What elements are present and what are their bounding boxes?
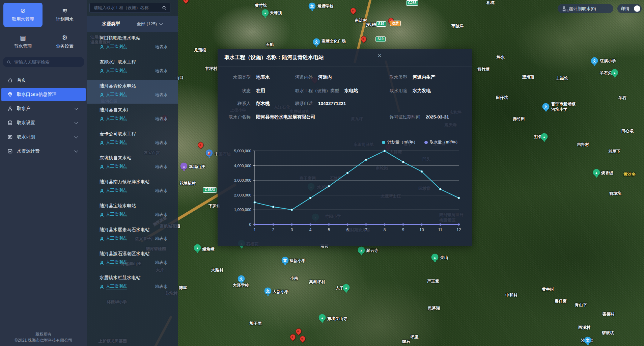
monitor-type-link[interactable]: 人工监测点 — [106, 212, 127, 218]
over-plan-withdrawal-button[interactable]: 超计划取水(0) — [558, 4, 613, 13]
list-item[interactable]: 陆河县水唇走马石水电站人工监测点地表水 — [87, 223, 178, 247]
search-icon — [7, 60, 11, 64]
station-search-input[interactable] — [93, 5, 162, 10]
sidebar-item-plan[interactable]: 取水计划 — [1, 130, 86, 144]
monitor-type-link[interactable]: 人工监测点 — [106, 284, 127, 290]
station-list-panel: 水源类型 全部 (125) 河口镇唱歌潭水电站人工监测点地表水友能水厂取水工程人… — [87, 0, 178, 346]
station-name: 麦卡公司取水工程 — [100, 131, 168, 137]
svg-text:5,000,000: 5,000,000 — [234, 149, 251, 153]
monitor-type-link[interactable]: 人工监测点 — [106, 92, 127, 98]
keyword-search-box — [3, 57, 84, 67]
mount-marker-icon[interactable]: ▲ — [431, 254, 439, 261]
filter-value: 全部 (125) — [137, 21, 157, 27]
list-item[interactable]: 水唇镇水栏肚水电站人工监测点地表水 — [87, 271, 178, 295]
red-pin-icon[interactable] — [349, 6, 357, 15]
filter-dropdown[interactable]: 全部 (125) — [137, 21, 170, 27]
list-item[interactable]: 东坑镇自来水站人工监测点地表水 — [87, 152, 178, 176]
sidebar-item-pin[interactable]: 取水口GIS信息管理 — [1, 88, 86, 101]
sidebar-item-billing[interactable]: 水资源计费 — [1, 144, 86, 158]
toggle-knob[interactable] — [634, 5, 640, 12]
water-source-type: 地表水 — [155, 284, 168, 290]
close-icon[interactable]: × — [375, 52, 384, 60]
monitor-type-link[interactable]: 人工监测点 — [106, 68, 127, 74]
sidebar-item-home[interactable]: 首页 — [1, 74, 86, 87]
map-label: 老屋下 — [608, 149, 620, 154]
list-item[interactable]: 河口镇唱歌潭水电站人工监测点地表水 — [87, 32, 178, 56]
sidebar-item-user[interactable]: 取水户 — [1, 102, 86, 115]
mount-marker-icon[interactable]: ▲ — [319, 314, 326, 321]
keyword-search-input[interactable] — [13, 59, 80, 65]
legend-item[interactable]: 取水量（m³/年） — [424, 139, 460, 145]
gas-marker-icon[interactable]: ⛽ — [206, 150, 213, 157]
station-detail-modal: 取水工程（设施）名称：陆河县青砼水电站 × 水源类型地表水河道内外河道内取水类型… — [218, 49, 472, 246]
list-item[interactable]: 陆河县南万镇杞洋水电站人工监测点地表水 — [87, 176, 178, 199]
mount-marker-icon[interactable]: ▲ — [194, 244, 201, 251]
school-marker-icon[interactable]: 文 — [309, 3, 316, 10]
monitor-type-link[interactable]: 人工监测点 — [106, 164, 127, 170]
map-label: 陈屋 — [179, 285, 187, 290]
detail-toggle-label: 详情 — [621, 6, 629, 12]
svg-text:0: 0 — [249, 222, 251, 227]
school-marker-icon[interactable]: 文 — [313, 38, 320, 46]
monitor-type-link[interactable]: 人工监测点 — [106, 44, 127, 50]
svg-text:4: 4 — [309, 228, 312, 232]
search-icon[interactable] — [162, 5, 167, 10]
waves-icon: ≋ — [62, 7, 67, 14]
mount-marker-icon[interactable]: ▲ — [593, 169, 600, 176]
water-source-type: 地表水 — [155, 68, 168, 74]
red-pin-icon[interactable] — [197, 141, 205, 149]
red-pin-icon[interactable] — [299, 335, 307, 343]
school-marker-icon[interactable]: 文 — [542, 103, 550, 110]
sidebar: ⊘取用水管理≋计划用水▤节水管理⚙业务设置 首页取水口GIS信息管理取水户取水设… — [0, 0, 87, 346]
school-marker-icon[interactable]: 文 — [238, 275, 245, 283]
list-item[interactable]: 友能水厂取水工程人工监测点地表水 — [87, 56, 178, 80]
legend-item[interactable]: 计划量（m³/年） — [382, 139, 417, 145]
map-label: 黄竹坑 — [255, 3, 267, 8]
map-label: 小南 — [290, 276, 298, 281]
monitor-type-link[interactable]: 人工监测点 — [106, 236, 127, 242]
module-gear[interactable]: ⚙业务设置 — [45, 30, 84, 54]
module-document[interactable]: ▤节水管理 — [3, 30, 43, 54]
red-pin-icon[interactable] — [295, 327, 303, 335]
map-label: 羊石 — [618, 96, 626, 100]
sidebar-item-database[interactable]: 取水设置 — [1, 116, 86, 130]
svg-text:4,000,000: 4,000,000 — [234, 164, 251, 168]
svg-text:5: 5 — [328, 228, 330, 232]
red-pin-icon[interactable] — [289, 333, 297, 341]
school-marker-icon[interactable]: 文 — [584, 337, 591, 344]
field-value: 地表水 — [256, 74, 270, 80]
list-item[interactable]: 陆河县激石溪老区水电站人工监测点地表水 — [87, 247, 178, 271]
chevron-down-icon — [74, 120, 78, 124]
list-item[interactable]: 陆河县青砼水电站人工监测点地表水 — [87, 80, 178, 104]
map-label: 螺角嶂 — [202, 247, 215, 251]
school-glyph: 文 — [313, 38, 320, 46]
school-marker-icon[interactable]: 文 — [282, 257, 289, 264]
module-water-meter[interactable]: ⊘取用水管理 — [3, 3, 43, 27]
monitor-type-link[interactable]: 人工监测点 — [106, 140, 127, 146]
mount-marker-icon[interactable]: ▲ — [343, 284, 350, 291]
school-marker-icon[interactable]: 文 — [264, 288, 272, 295]
monitor-type-link[interactable]: 人工监测点 — [106, 116, 127, 122]
water-source-type: 地表水 — [155, 140, 168, 146]
list-item[interactable]: 麦卡公司取水工程人工监测点地表水 — [87, 128, 178, 152]
school-marker-icon[interactable]: 文 — [591, 57, 598, 64]
mount-marker-icon[interactable]: ▲ — [358, 247, 365, 254]
monitor-type-link[interactable]: 人工监测点 — [106, 260, 127, 266]
list-item[interactable]: 陆河县自来水厂人工监测点地表水 — [87, 104, 178, 128]
mount-marker-icon[interactable]: ▲ — [541, 133, 548, 140]
school-glyph: 文 — [542, 103, 550, 110]
svg-text:7: 7 — [365, 228, 367, 232]
module-waves[interactable]: ≋计划用水 — [45, 3, 84, 27]
detail-toggle[interactable]: 详情 — [617, 4, 642, 13]
map-label: 甘坪村 — [205, 66, 217, 71]
mount-marker-icon[interactable]: ▲ — [262, 9, 269, 17]
red-pin-icon[interactable] — [182, 0, 190, 4]
field-许可证过期时间: 许可证过期时间2025-03-31 — [390, 114, 449, 120]
field-label: 取水工程（设施）类型 — [295, 88, 339, 94]
map-label: 箭塘坑 — [609, 191, 621, 196]
list-item[interactable]: 陆河县宝塔水电站人工监测点地表水 — [87, 199, 178, 223]
monitor-type-link[interactable]: 人工监测点 — [106, 188, 127, 194]
mount-marker-icon[interactable]: ▲ — [611, 69, 618, 76]
resort-marker-icon[interactable]: ⌂ — [180, 163, 188, 170]
map-label: 赤竹田 — [513, 116, 525, 121]
